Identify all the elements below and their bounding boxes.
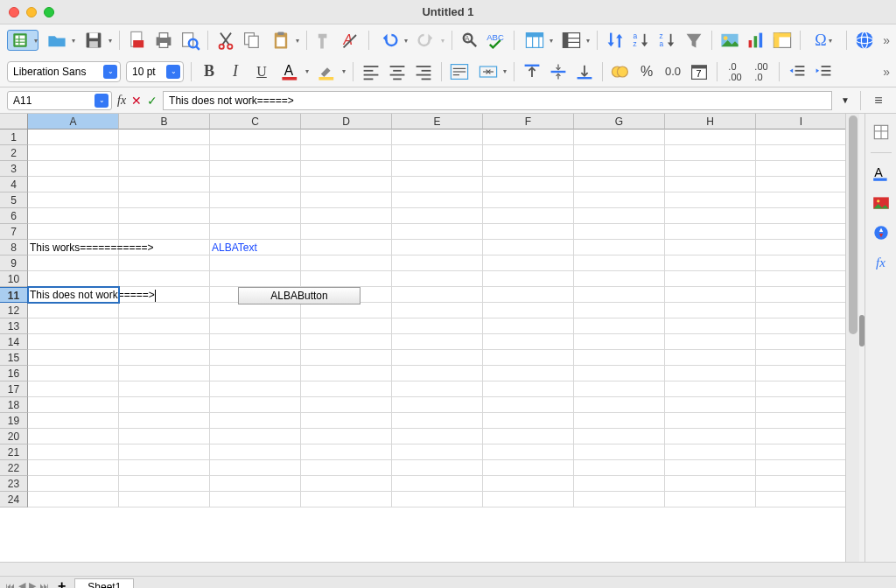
cell-C9[interactable]: [210, 256, 301, 271]
col-header-B[interactable]: B: [119, 114, 210, 130]
remove-decimal-button[interactable]: .00.0: [751, 61, 772, 82]
cell-F8[interactable]: [483, 240, 574, 256]
valign-bottom-button[interactable]: [574, 61, 595, 82]
cell-I10[interactable]: [756, 271, 845, 287]
cancel-edit-button[interactable]: ✕: [131, 94, 142, 108]
cell-B7[interactable]: [119, 224, 210, 240]
navigator-panel-icon[interactable]: [872, 223, 891, 242]
cell-F2[interactable]: [483, 145, 574, 161]
cell-H15[interactable]: [665, 350, 756, 366]
decrease-indent-button[interactable]: [787, 61, 808, 82]
cell-H13[interactable]: [665, 318, 756, 334]
cell-H4[interactable]: [665, 177, 756, 192]
pivot-table-button[interactable]: [772, 30, 793, 51]
percent-button[interactable]: %: [636, 61, 657, 82]
cell-F1[interactable]: [483, 130, 574, 145]
cell-E13[interactable]: [392, 318, 483, 334]
function-wizard-button[interactable]: fx: [117, 94, 126, 108]
cell-E24[interactable]: [392, 492, 483, 508]
cell-I21[interactable]: [756, 444, 845, 460]
cell-F14[interactable]: [483, 334, 574, 350]
cell-H7[interactable]: [665, 224, 756, 240]
date-format-button[interactable]: 7: [689, 61, 710, 82]
accept-edit-button[interactable]: ✓: [147, 94, 158, 108]
cell-B2[interactable]: [119, 145, 210, 161]
col-header-G[interactable]: G: [574, 114, 665, 130]
cell-F6[interactable]: [483, 208, 574, 224]
cell-F16[interactable]: [483, 366, 574, 382]
cell-D14[interactable]: [301, 334, 392, 350]
cell-D3[interactable]: [301, 161, 392, 177]
cell-F9[interactable]: [483, 256, 574, 271]
col-header-D[interactable]: D: [301, 114, 392, 130]
cell-D4[interactable]: [301, 177, 392, 192]
cell-F22[interactable]: [483, 460, 574, 476]
row-header-6[interactable]: 6: [0, 208, 28, 224]
col-ops-button[interactable]: [558, 30, 590, 51]
cell-F7[interactable]: [483, 224, 574, 240]
col-header-E[interactable]: E: [392, 114, 483, 130]
cell-C20[interactable]: [210, 429, 301, 444]
underline-button[interactable]: U: [251, 61, 272, 82]
cell-B16[interactable]: [119, 366, 210, 382]
cell-B9[interactable]: [119, 256, 210, 271]
align-left-button[interactable]: [360, 61, 382, 82]
cell-C7[interactable]: [210, 224, 301, 240]
cell-A12[interactable]: [28, 303, 119, 318]
row-header-13[interactable]: 13: [0, 318, 28, 334]
cell-C3[interactable]: [210, 161, 301, 177]
cell-I22[interactable]: [756, 460, 845, 476]
cell-D2[interactable]: [301, 145, 392, 161]
sort-desc-button[interactable]: za: [657, 30, 678, 51]
cell-F24[interactable]: [483, 492, 574, 508]
cell-B1[interactable]: [119, 130, 210, 145]
cell-B6[interactable]: [119, 208, 210, 224]
cell-D12[interactable]: [301, 303, 392, 318]
number-format-button[interactable]: 0.0: [662, 61, 683, 82]
cell-B4[interactable]: [119, 177, 210, 192]
tab-last-button[interactable]: ⏭: [39, 581, 49, 589]
row-header-4[interactable]: 4: [0, 177, 28, 192]
cell-B22[interactable]: [119, 460, 210, 476]
save-button[interactable]: [80, 30, 112, 51]
currency-button[interactable]: [610, 61, 631, 82]
cell-B21[interactable]: [119, 444, 210, 460]
cell-E20[interactable]: [392, 429, 483, 444]
cell-H6[interactable]: [665, 208, 756, 224]
window-maximize-button[interactable]: [44, 7, 54, 18]
add-decimal-button[interactable]: .0.00: [724, 61, 746, 82]
cell-H18[interactable]: [665, 397, 756, 413]
copy-button[interactable]: [242, 30, 262, 51]
row-ops-button[interactable]: [522, 30, 553, 51]
highlight-color-button[interactable]: [314, 61, 346, 82]
cell-G16[interactable]: [574, 366, 665, 382]
cell-I13[interactable]: [756, 318, 845, 334]
cell-C14[interactable]: [210, 334, 301, 350]
insert-image-button[interactable]: [719, 30, 740, 51]
functions-panel-icon[interactable]: fx: [872, 253, 891, 272]
cell-C15[interactable]: [210, 350, 301, 366]
alba-form-button[interactable]: ALBAButton: [238, 287, 360, 304]
cell-H3[interactable]: [665, 161, 756, 177]
col-header-I[interactable]: I: [756, 114, 845, 130]
cell-A4[interactable]: [28, 177, 119, 192]
open-button[interactable]: [44, 30, 75, 51]
cell-I5[interactable]: [756, 192, 845, 208]
cell-H5[interactable]: [665, 192, 756, 208]
cell-H19[interactable]: [665, 413, 756, 429]
cell-A17[interactable]: [28, 382, 119, 397]
col-header-F[interactable]: F: [483, 114, 574, 130]
cell-G14[interactable]: [574, 334, 665, 350]
cell-G8[interactable]: [574, 240, 665, 256]
sidebar-collapse-handle[interactable]: [859, 315, 864, 346]
cell-G4[interactable]: [574, 177, 665, 192]
valign-top-button[interactable]: [522, 61, 542, 82]
row-header-12[interactable]: 12: [0, 303, 28, 318]
undo-button[interactable]: [376, 30, 408, 51]
cell-A6[interactable]: [28, 208, 119, 224]
cell-C18[interactable]: [210, 397, 301, 413]
cell-H9[interactable]: [665, 256, 756, 271]
print-preview-button[interactable]: [179, 30, 200, 51]
cell-A1[interactable]: [28, 130, 119, 145]
cell-D19[interactable]: [301, 413, 392, 429]
